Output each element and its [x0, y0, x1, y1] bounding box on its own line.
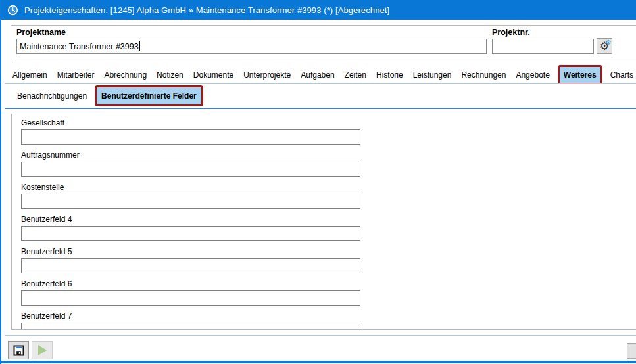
subtab-benachrichtigungen[interactable]: Benachrichtigungen [14, 88, 89, 104]
tab-aufgaben[interactable]: Aufgaben [299, 67, 336, 83]
partial-button[interactable] [627, 343, 636, 359]
tab-leistungen[interactable]: Leistungen [411, 67, 454, 83]
field-label-benutzerfeld-4: Benutzerfeld 4 [21, 215, 636, 224]
project-number-settings-button[interactable]: ⚙⚙ [597, 38, 612, 54]
weiteres-tab-panel: BenachrichtigungenBenutzerdefinierte Fel… [5, 83, 636, 336]
tab-rechnungen[interactable]: Rechnungen [459, 67, 508, 83]
projektnr-label: Projektnr. [492, 28, 530, 37]
field-label-benutzerfeld-5: Benutzerfeld 5 [21, 247, 636, 256]
run-button[interactable] [32, 341, 53, 359]
tab-notizen[interactable]: Notizen [155, 67, 185, 83]
input-gesellschaft[interactable] [21, 129, 360, 145]
input-benutzerfeld-5[interactable] [21, 258, 360, 273]
field-label-auftragsnummer: Auftragsnummer [21, 150, 636, 160]
tab-abrechnung[interactable]: Abrechnung [102, 67, 149, 83]
small-gear-icon: ⚙ [606, 39, 612, 46]
tab-weiteres[interactable]: Weiteres [560, 67, 600, 83]
projektname-label: Projektname [16, 28, 66, 37]
field-label-benutzerfeld-7: Benutzerfeld 7 [21, 311, 636, 321]
projektnr-input[interactable] [492, 39, 594, 54]
tab-angebote[interactable]: Angebote [514, 67, 551, 83]
projektname-input[interactable]: Maintenance Transformer #3993 [16, 39, 487, 54]
input-benutzerfeld-7[interactable] [21, 323, 360, 330]
tab-zeiten[interactable]: Zeiten [343, 67, 368, 83]
clock-icon [7, 5, 18, 16]
bottom-accent-bar [1, 361, 636, 363]
field-label-gesellschaft: Gesellschaft [21, 118, 636, 127]
tab-allgemein[interactable]: Allgemein [11, 67, 49, 83]
tab-historie[interactable]: Historie [374, 67, 405, 83]
project-header-groupbox: Projektname Maintenance Transformer #399… [11, 25, 636, 60]
field-label-benutzerfeld-6: Benutzerfeld 6 [21, 279, 636, 288]
play-icon [38, 345, 47, 355]
floppy-disk-icon [12, 344, 25, 357]
gear-icon: ⚙⚙ [599, 41, 609, 52]
field-kostenstelle: Kostenstelle [21, 183, 636, 212]
main-tabbar: AllgemeinMitarbeiterAbrechnungNotizenDok… [11, 65, 636, 85]
custom-fields-groupbox: GesellschaftAuftragsnummerKostenstelleBe… [11, 114, 636, 330]
sub-tabbar: BenachrichtigungenBenutzerdefinierte Fel… [5, 84, 636, 109]
tab-dokumente[interactable]: Dokumente [191, 67, 235, 83]
field-gesellschaft: Gesellschaft [21, 118, 636, 148]
titlebar[interactable]: Projekteigenschaften: [1245] Alpha GmbH … [1, 0, 636, 20]
input-kostenstelle[interactable] [21, 194, 360, 209]
text-caret [139, 41, 140, 51]
subtab-benutzerdefinierte-felder[interactable]: Benutzerdefinierte Felder [97, 87, 201, 104]
save-button[interactable] [8, 341, 29, 359]
annotation-weiteres: Weiteres [558, 65, 602, 85]
tab-mitarbeiter[interactable]: Mitarbeiter [55, 67, 97, 83]
field-benutzerfeld-6: Benutzerfeld 6 [21, 279, 636, 309]
window-title: Projekteigenschaften: [1245] Alpha GmbH … [24, 5, 389, 15]
input-auftragsnummer[interactable] [21, 162, 360, 177]
tab-charts[interactable]: Charts [608, 67, 635, 83]
field-auftragsnummer: Auftragsnummer [21, 150, 636, 180]
field-benutzerfeld-5: Benutzerfeld 5 [21, 247, 636, 277]
field-label-kostenstelle: Kostenstelle [21, 183, 636, 192]
projektname-value: Maintenance Transformer #3993 [20, 42, 139, 51]
project-properties-window: Projekteigenschaften: [1245] Alpha GmbH … [0, 0, 636, 364]
annotation-benutzerdefinierte-felder: Benutzerdefinierte Felder [95, 85, 203, 106]
input-benutzerfeld-6[interactable] [21, 290, 360, 306]
field-benutzerfeld-4: Benutzerfeld 4 [21, 215, 636, 244]
tab-unterprojekte[interactable]: Unterprojekte [241, 67, 293, 83]
field-benutzerfeld-7: Benutzerfeld 7 [21, 311, 636, 330]
input-benutzerfeld-4[interactable] [21, 226, 360, 241]
